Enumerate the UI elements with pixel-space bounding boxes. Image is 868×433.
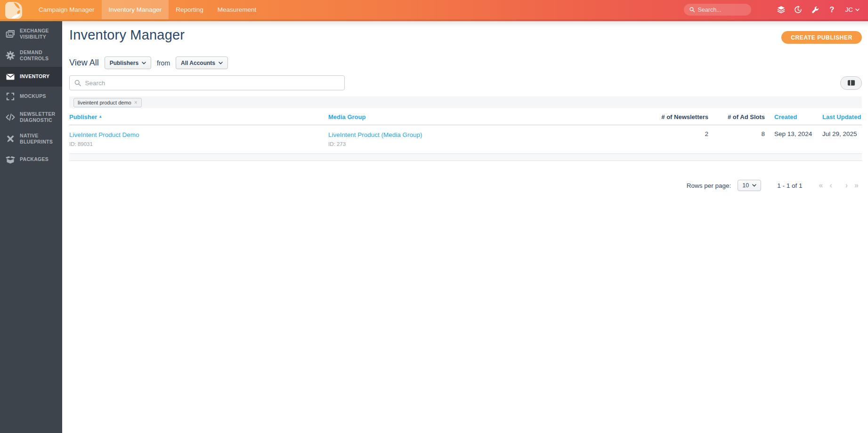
table-search-input[interactable] bbox=[85, 80, 340, 87]
account-value: All Accounts bbox=[181, 60, 215, 66]
column-header-ad-slots: # of Ad Slots bbox=[708, 113, 765, 120]
rows-per-page-select[interactable]: 10 bbox=[738, 180, 761, 191]
top-navigation-bar: Campaign Manager Inventory Manager Repor… bbox=[0, 0, 868, 21]
sidebar-item-label: PACKAGES bbox=[20, 156, 56, 162]
table-footer-strip bbox=[69, 154, 862, 161]
first-page-button[interactable]: « bbox=[816, 181, 827, 190]
search-icon bbox=[74, 80, 81, 87]
chevron-down-icon bbox=[142, 62, 146, 64]
publisher-link[interactable]: LiveIntent Product Demo bbox=[69, 131, 139, 138]
page-title: Inventory Manager bbox=[69, 27, 185, 43]
column-settings-button[interactable] bbox=[840, 76, 862, 90]
sidebar-item-label: NATIVE BLUEPRINTS bbox=[20, 133, 56, 145]
sidebar: EXCHANGE VISIBILITY DEMAND CONTROLS INVE bbox=[0, 21, 62, 433]
package-icon bbox=[5, 154, 16, 165]
ad-slots-count: 8 bbox=[708, 130, 765, 137]
create-publisher-button[interactable]: CREATE PUBLISHER bbox=[781, 31, 862, 44]
view-filter-row: View All Publishers from All Accounts bbox=[69, 56, 862, 69]
layers-icon[interactable] bbox=[773, 0, 790, 19]
history-icon[interactable] bbox=[790, 0, 807, 19]
media-group-id: ID: 273 bbox=[328, 141, 624, 147]
primary-nav: Campaign Manager Inventory Manager Repor… bbox=[32, 0, 263, 19]
sidebar-item-newsletter-diagnostic[interactable]: NEWSLETTER DIAGNOSTIC bbox=[0, 106, 62, 128]
sidebar-item-label: MOCKUPS bbox=[20, 93, 56, 99]
filter-chip[interactable]: liveintent product demo × bbox=[73, 98, 142, 107]
next-page-button[interactable]: › bbox=[842, 181, 851, 190]
exchange-visibility-icon bbox=[5, 29, 16, 39]
topbar-right-controls: ? JC bbox=[684, 0, 868, 19]
publisher-id: ID: 89031 bbox=[69, 141, 328, 147]
filter-chip-label: liveintent product demo bbox=[78, 100, 131, 105]
column-header-publisher[interactable]: Publisher▲ bbox=[69, 113, 328, 120]
sidebar-item-label: EXCHANGE VISIBILITY bbox=[20, 28, 56, 40]
gear-icon bbox=[5, 50, 16, 61]
pager-controls: « ‹ › » bbox=[816, 181, 862, 190]
sidebar-item-inventory[interactable]: INVENTORY bbox=[0, 67, 62, 87]
chevron-down-icon bbox=[855, 8, 860, 11]
nav-measurement[interactable]: Measurement bbox=[211, 0, 264, 19]
from-label: from bbox=[157, 59, 170, 67]
code-icon bbox=[5, 112, 16, 122]
rows-per-page-label: Rows per page: bbox=[687, 182, 731, 189]
wrench-icon[interactable] bbox=[807, 0, 824, 19]
pagination: Rows per page: 10 1 - 1 of 1 « ‹ › » bbox=[69, 180, 862, 191]
column-header-media-group[interactable]: Media Group bbox=[328, 113, 624, 120]
sidebar-item-mockups[interactable]: MOCKUPS bbox=[0, 87, 62, 106]
sidebar-item-label: DEMAND CONTROLS bbox=[20, 49, 56, 62]
rows-per-page-value: 10 bbox=[742, 182, 749, 189]
created-date: Sep 13, 2024 bbox=[765, 130, 818, 137]
entity-type-select[interactable]: Publishers bbox=[105, 56, 151, 69]
last-page-button[interactable]: » bbox=[851, 181, 862, 190]
sort-asc-icon: ▲ bbox=[98, 114, 102, 119]
table-search[interactable] bbox=[69, 75, 345, 90]
global-search-input[interactable] bbox=[698, 7, 746, 13]
account-select[interactable]: All Accounts bbox=[176, 56, 228, 69]
column-header-newsletters: # of Newsletters bbox=[624, 113, 708, 120]
user-initials: JC bbox=[845, 6, 853, 13]
sidebar-item-demand-controls[interactable]: DEMAND CONTROLS bbox=[0, 45, 62, 66]
media-group-link[interactable]: LiveIntent Product (Media Group) bbox=[328, 131, 422, 138]
last-updated-date: Jul 29, 2025 bbox=[818, 130, 862, 137]
prev-page-button[interactable]: ‹ bbox=[826, 181, 835, 190]
search-icon bbox=[690, 7, 695, 13]
chevron-down-icon bbox=[752, 184, 756, 187]
column-header-created[interactable]: Created bbox=[765, 113, 818, 120]
chip-close-icon[interactable]: × bbox=[134, 99, 138, 106]
sidebar-item-label: INVENTORY bbox=[20, 73, 56, 80]
sidebar-item-exchange-visibility[interactable]: EXCHANGE VISIBILITY bbox=[0, 23, 62, 45]
design-tools-icon bbox=[5, 134, 16, 144]
global-search[interactable] bbox=[684, 4, 751, 16]
user-menu[interactable]: JC bbox=[845, 6, 860, 13]
liveintent-logo[interactable] bbox=[5, 2, 22, 19]
nav-inventory-manager[interactable]: Inventory Manager bbox=[102, 0, 169, 19]
sidebar-item-native-blueprints[interactable]: NATIVE BLUEPRINTS bbox=[0, 128, 62, 150]
columns-icon bbox=[847, 80, 855, 86]
sidebar-item-label: NEWSLETTER DIAGNOSTIC bbox=[20, 111, 56, 123]
table-header-row: Publisher▲ Media Group # of Newsletters … bbox=[69, 108, 862, 125]
main-content: Inventory Manager CREATE PUBLISHER View … bbox=[62, 21, 868, 433]
pagination-range-label: 1 - 1 of 1 bbox=[777, 182, 802, 189]
column-header-last-updated[interactable]: Last Updated bbox=[818, 113, 862, 120]
help-icon[interactable]: ? bbox=[824, 0, 841, 19]
nav-reporting[interactable]: Reporting bbox=[169, 0, 211, 19]
nav-campaign-manager[interactable]: Campaign Manager bbox=[32, 0, 102, 19]
expand-icon bbox=[5, 91, 16, 102]
publishers-table: Publisher▲ Media Group # of Newsletters … bbox=[69, 108, 862, 161]
chevron-down-icon bbox=[219, 62, 223, 64]
newsletters-count: 2 bbox=[624, 130, 708, 137]
sidebar-item-packages[interactable]: PACKAGES bbox=[0, 150, 62, 169]
active-filters-strip: liveintent product demo × bbox=[69, 96, 862, 108]
table-row: LiveIntent Product Demo ID: 89031 LiveIn… bbox=[69, 125, 862, 154]
view-all-label: View All bbox=[69, 58, 99, 68]
envelope-icon bbox=[5, 72, 16, 82]
entity-type-value: Publishers bbox=[110, 60, 138, 66]
